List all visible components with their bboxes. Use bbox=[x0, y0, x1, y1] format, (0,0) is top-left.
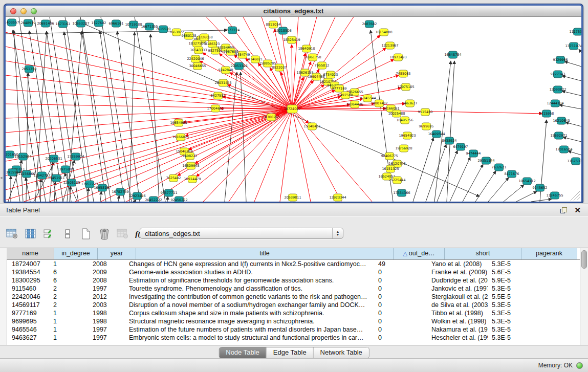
table-cell[interactable]: 18724007 bbox=[7, 260, 49, 268]
table-row[interactable]: 2242004622012Investigating the contribut… bbox=[7, 293, 580, 301]
graph-node[interactable]: 17016504 bbox=[555, 146, 572, 153]
table-cell[interactable]: Stergiakouli et al. (2012) bbox=[421, 293, 488, 301]
graph-node[interactable]: 18640910 bbox=[298, 45, 315, 52]
column-header-year[interactable]: year bbox=[98, 248, 136, 259]
table-cell[interactable]: 0 bbox=[374, 268, 421, 276]
table-row[interactable]: 946362711997Embryonic stem cells: a mode… bbox=[7, 334, 580, 342]
column-header-pagerank[interactable]: pagerank bbox=[521, 248, 577, 259]
vertical-scrollbar[interactable] bbox=[580, 248, 588, 345]
table-cell[interactable]: Corpus callosum shape and size in male p… bbox=[123, 309, 374, 317]
table-cell[interactable]: 1997 bbox=[89, 325, 123, 334]
table-row[interactable]: 1456911722003Disruption of a novel membe… bbox=[7, 301, 580, 309]
table-cell[interactable]: 2009 bbox=[89, 268, 123, 276]
graph-node[interactable]: 3572224 bbox=[225, 27, 240, 34]
select-rows-button[interactable] bbox=[42, 227, 56, 240]
table-cell[interactable]: 1998 bbox=[89, 309, 123, 317]
graph-node[interactable]: 29351144 bbox=[477, 157, 494, 164]
tab-network-table[interactable]: Network Table bbox=[314, 347, 369, 358]
table-cell[interactable]: 9777169 bbox=[7, 309, 49, 317]
table-cell[interactable]: 19384554 bbox=[7, 268, 49, 276]
graph-node[interactable]: 11175366 bbox=[569, 28, 581, 35]
graph-node[interactable]: 8215958 bbox=[539, 110, 554, 117]
graph-node[interactable]: 11675334 bbox=[567, 158, 581, 165]
table-cell[interactable]: 1 bbox=[49, 309, 89, 317]
graph-node[interactable]: 10807487 bbox=[371, 100, 387, 107]
scrollbar-thumb[interactable] bbox=[581, 250, 587, 269]
graph-node[interactable]: 9329966 bbox=[553, 56, 568, 63]
graph-node[interactable]: 10973493 bbox=[389, 54, 406, 61]
graph-node[interactable]: 30046655 bbox=[189, 62, 206, 70]
graph-node[interactable]: 19654923 bbox=[399, 132, 416, 139]
graph-node[interactable]: 6966161 bbox=[109, 20, 124, 27]
graph-node[interactable]: 7485063 bbox=[396, 70, 411, 77]
graph-node[interactable]: 12923344 bbox=[329, 194, 346, 201]
graph-node[interactable]: 18325419 bbox=[283, 36, 300, 43]
float-panel-icon[interactable] bbox=[560, 207, 567, 213]
table-cell[interactable]: Estimation of the future numbers of pati… bbox=[123, 325, 374, 334]
table-cell[interactable]: Franke et al. (2009) bbox=[421, 268, 488, 276]
graph-node[interactable]: 16543333 bbox=[190, 47, 207, 54]
table-cell[interactable]: 5.5E-5 bbox=[488, 293, 539, 301]
graph-node[interactable]: 15148455 bbox=[303, 123, 320, 130]
graph-node[interactable]: 92450222 bbox=[170, 196, 187, 202]
graph-node[interactable]: 19654985 bbox=[170, 119, 187, 126]
table-cell[interactable]: Changes of HCN gene expression and I(f) … bbox=[123, 260, 374, 268]
graph-node[interactable]: 7955812 bbox=[315, 62, 330, 69]
table-cell[interactable]: 0 bbox=[374, 276, 421, 285]
row-height-button[interactable] bbox=[60, 227, 74, 240]
graph-node[interactable]: 20539811 bbox=[284, 194, 301, 201]
table-cell[interactable]: 22420046 bbox=[7, 293, 49, 301]
graph-node[interactable]: 17004655 bbox=[207, 105, 224, 112]
table-cell[interactable]: 5.6E-5 bbox=[488, 268, 539, 276]
graph-node[interactable]: 20691406 bbox=[37, 20, 54, 27]
table-cell[interactable]: 2008 bbox=[89, 260, 123, 268]
graph-node[interactable]: 9699695 bbox=[419, 123, 434, 130]
network-canvas[interactable]: 1403557204891920691406167316110653287152… bbox=[6, 17, 581, 202]
table-cell[interactable]: Disruption of a novel member of a sodium… bbox=[123, 301, 374, 309]
table-cell[interactable]: 0 bbox=[374, 285, 421, 293]
graph-node[interactable]: 1673161 bbox=[56, 20, 71, 28]
graph-node[interactable]: 9463627 bbox=[403, 100, 418, 107]
close-panel-icon[interactable]: ✕ bbox=[574, 207, 581, 214]
table-cell[interactable]: 1998 bbox=[89, 317, 123, 325]
graph-node[interactable]: 8471676 bbox=[505, 170, 519, 178]
table-cell[interactable]: 0 bbox=[374, 309, 421, 317]
table-cell[interactable]: 1997 bbox=[89, 334, 123, 342]
table-cell[interactable]: Nakamura et al. (1997) bbox=[421, 325, 488, 334]
graph-node[interactable]: 16914479 bbox=[184, 176, 201, 183]
table-cell[interactable]: Tibbo et al. (1998) bbox=[421, 309, 488, 317]
delete-table-button[interactable] bbox=[116, 227, 129, 240]
table-cell[interactable]: Dudbridge et al. (2008) bbox=[421, 276, 488, 285]
graph-node[interactable]: 8813054 bbox=[266, 21, 281, 28]
graph-node[interactable]: 13751074 bbox=[565, 42, 581, 50]
graph-node[interactable]: 19218506 bbox=[274, 27, 291, 34]
graph-node[interactable]: 2048919 bbox=[21, 19, 36, 27]
table-cell[interactable]: 18300295 bbox=[7, 276, 49, 285]
graph-node[interactable]: 15692971 bbox=[550, 132, 567, 139]
graph-node[interactable]: 16809948 bbox=[182, 162, 199, 169]
table-select-dropdown[interactable]: citations_edges.txt ▲▼ bbox=[140, 228, 343, 239]
column-header-name[interactable]: name bbox=[7, 248, 54, 259]
table-cell[interactable]: 6 bbox=[49, 268, 89, 276]
table-row[interactable]: 1872400712008Changes of HCN gene express… bbox=[7, 260, 580, 268]
column-header-in_degree[interactable]: in_degree bbox=[54, 248, 98, 259]
table-cell[interactable]: 0 bbox=[374, 317, 421, 325]
table-cell[interactable]: 0 bbox=[374, 325, 421, 334]
graph-node[interactable]: 12093822 bbox=[549, 86, 566, 93]
table-cell[interactable]: 0 bbox=[374, 301, 421, 309]
table-cell[interactable]: 5.3E-5 bbox=[488, 309, 539, 317]
table-cell[interactable]: Hescheler et al. (1997) bbox=[421, 334, 488, 342]
table-cell[interactable]: 9115460 bbox=[7, 285, 49, 293]
graph-node[interactable]: 8938924 bbox=[442, 137, 457, 144]
column-header-short[interactable]: short bbox=[445, 248, 521, 259]
table-cell[interactable]: Structural magnetic resonance image aver… bbox=[123, 317, 374, 325]
new-document-button[interactable] bbox=[79, 227, 93, 240]
table-cell[interactable]: 9465546 bbox=[7, 325, 49, 334]
resize-grip-icon[interactable] bbox=[577, 198, 580, 201]
table-cell[interactable]: 9699695 bbox=[7, 317, 49, 325]
table-cell[interactable]: 1 bbox=[49, 317, 89, 325]
table-cell[interactable]: Tourette syndrome. Phenomenology and cla… bbox=[123, 285, 374, 293]
table-cell[interactable]: 2008 bbox=[89, 276, 123, 285]
table-row[interactable]: 911546021997Tourette syndrome. Phenomeno… bbox=[7, 285, 580, 293]
graph-node[interactable]: 19166825 bbox=[172, 134, 189, 141]
